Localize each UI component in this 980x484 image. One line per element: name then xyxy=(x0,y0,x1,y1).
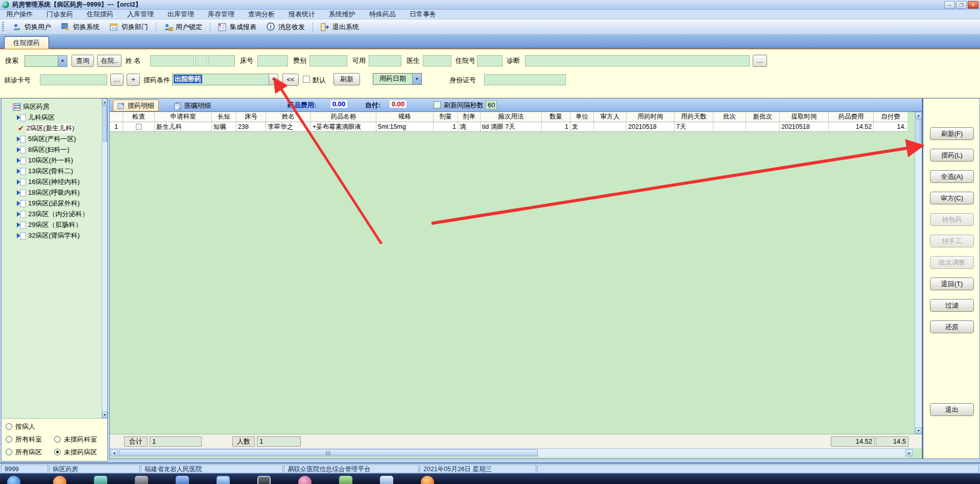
card-ellipsis-button[interactable]: … xyxy=(110,74,124,86)
refresh-interval-value[interactable]: 60 xyxy=(486,100,497,109)
radio-all-wards[interactable] xyxy=(6,449,12,455)
medication-date-arrow-icon[interactable]: ▼ xyxy=(412,74,421,84)
col-drug-name[interactable]: 药品名称 xyxy=(311,112,376,122)
tree-item-ward[interactable]: 10病区(外一科) xyxy=(17,155,73,166)
tree-item-ward[interactable]: 16病区(神经内科) xyxy=(17,177,80,187)
dispense-condition-arrow-icon[interactable]: ▼ xyxy=(269,74,278,85)
tree-item-root[interactable]: 病区药房 xyxy=(13,102,50,112)
col-order-type[interactable]: 长短 xyxy=(212,112,236,122)
search-combo[interactable]: ▼ xyxy=(25,55,67,67)
radio-by-patient[interactable] xyxy=(6,423,12,430)
col-selfpay-fee[interactable]: 自付费 xyxy=(874,112,907,122)
tree-item-ward[interactable]: 8病区(妇科一) xyxy=(17,145,69,155)
diagnosis-input[interactable] xyxy=(525,55,750,66)
refresh-interval-checkbox[interactable] xyxy=(434,101,441,108)
card-plus-button[interactable]: + xyxy=(127,74,140,86)
tree-item-ward[interactable]: 32病区(肾病学科) xyxy=(17,231,80,241)
col-spec[interactable]: 规格 xyxy=(376,112,434,122)
taskbar-start-icon[interactable] xyxy=(7,476,20,484)
name-input-3[interactable] xyxy=(208,55,235,66)
doctor-input[interactable] xyxy=(423,55,451,66)
menu-inbound[interactable]: 入库管理 xyxy=(127,10,154,19)
tree-item-ward[interactable]: 18病区(呼吸内科) xyxy=(17,188,80,198)
collapse-button[interactable]: << xyxy=(282,74,299,86)
available-input[interactable] xyxy=(369,55,401,66)
restore-button[interactable]: 还原 xyxy=(930,320,974,333)
switch-system-button[interactable]: 切换系统 xyxy=(58,21,103,33)
col-unit[interactable]: 单位 xyxy=(570,112,594,122)
scroll-up-icon[interactable]: ▲ xyxy=(915,112,922,119)
taskbar-icon[interactable] xyxy=(339,476,352,484)
refresh-button[interactable]: 刷新(F) xyxy=(930,127,974,140)
taskbar-icon[interactable] xyxy=(135,476,148,484)
review-button[interactable]: 审方(C) xyxy=(930,192,974,204)
diagnosis-more-button[interactable]: … xyxy=(753,55,767,67)
taskbar-icon[interactable] xyxy=(176,476,189,484)
tree-item-ward[interactable]: 19病区(泌尿外科) xyxy=(17,198,80,209)
bed-input[interactable] xyxy=(257,55,288,66)
col-request-dept[interactable]: 申请科室 xyxy=(155,112,212,122)
col-name[interactable]: 姓名 xyxy=(266,112,311,122)
menu-query[interactable]: 查询分析 xyxy=(248,10,275,19)
menu-outpatient-dispense[interactable]: 门诊发药 xyxy=(46,10,73,19)
dispense-button[interactable]: 摆药(L) xyxy=(930,149,974,162)
col-quantity[interactable]: 数量 xyxy=(542,112,570,122)
return-button[interactable]: 退回(T) xyxy=(930,278,974,290)
tree-item-ward[interactable]: 儿科病区 xyxy=(17,112,55,123)
col-bed[interactable]: 床号 xyxy=(236,112,266,122)
admission-no-input[interactable] xyxy=(477,55,503,66)
taskbar-icon[interactable] xyxy=(257,476,271,484)
radio-undispensed-depts[interactable] xyxy=(54,436,61,443)
search-combo-arrow-icon[interactable]: ▼ xyxy=(58,56,67,66)
dispense-table-row[interactable]: 1 新生儿科 短嘱 238 李翠华之 +妥布霉素滴眼液 5ml:15mg 1 滴… xyxy=(110,122,907,132)
tree-item-ward[interactable]: 13病区(骨科二) xyxy=(17,166,73,176)
tree-item-ward-selected[interactable]: ✔ 2病区(新生儿科) xyxy=(18,123,74,133)
col-dose[interactable]: 剂量 xyxy=(434,112,458,122)
row-checkbox[interactable] xyxy=(136,124,142,130)
fee-type-input[interactable] xyxy=(309,55,347,66)
taskbar-icon[interactable] xyxy=(53,476,66,484)
tab-inpatient-dispense[interactable]: 住院摆药 xyxy=(4,36,49,49)
exit-button[interactable]: 退出 xyxy=(930,403,974,416)
scroll-left-icon[interactable]: ◄ xyxy=(110,449,118,456)
switch-user-button[interactable]: 切换用户 xyxy=(9,21,55,33)
maximize-button[interactable]: ❐ xyxy=(956,1,967,9)
menu-maintenance[interactable]: 系统维护 xyxy=(329,10,355,19)
menu-outbound[interactable]: 出库管理 xyxy=(168,10,194,19)
inpatient-button[interactable]: 在院.. xyxy=(97,55,122,67)
menu-reports[interactable]: 报表统计 xyxy=(289,10,315,19)
col-reviewer[interactable]: 审方人 xyxy=(594,112,627,122)
taskbar-icon[interactable] xyxy=(217,476,230,484)
lock-user-button[interactable]: 用户锁定 xyxy=(160,21,206,33)
tree-scrollbar[interactable]: ▲ ▼ xyxy=(102,99,107,418)
select-all-button[interactable]: 全选(A) xyxy=(930,170,974,183)
menu-inpatient-dispense[interactable]: 住院摆药 xyxy=(87,10,113,19)
tree-scroll-down-icon[interactable]: ▼ xyxy=(102,411,107,418)
tree-item-ward[interactable]: 29病区（肛肠科） xyxy=(17,220,82,230)
col-drug-fee[interactable]: 药品费用 xyxy=(829,112,874,122)
col-frequency-usage[interactable]: 频次用法 xyxy=(481,112,542,122)
close-button[interactable]: ✕ xyxy=(968,1,978,9)
taskbar-icon[interactable] xyxy=(298,476,312,484)
tab-order-detail[interactable]: 医嘱明细 xyxy=(170,100,215,111)
menu-special-drugs[interactable]: 特殊药品 xyxy=(369,10,396,19)
filter-button[interactable]: 过滤 xyxy=(930,299,974,312)
scroll-down-icon[interactable]: ▼ xyxy=(915,427,922,434)
taskbar-icon[interactable] xyxy=(421,476,434,484)
id-card-input[interactable] xyxy=(484,74,566,85)
menu-inventory[interactable]: 库存管理 xyxy=(208,10,234,19)
tab-dispense-detail[interactable]: 摆药明细 xyxy=(113,100,159,111)
col-check[interactable]: 检查 xyxy=(123,112,155,122)
refresh-filter-button[interactable]: 刷新 xyxy=(333,73,360,85)
name-input-2[interactable] xyxy=(195,55,207,66)
taskbar-icon[interactable] xyxy=(380,476,393,484)
integrated-report-button[interactable]: 集成报表 xyxy=(214,21,260,33)
col-med-days[interactable]: 用药天数 xyxy=(675,112,713,122)
vertical-scroll-thumb[interactable] xyxy=(916,119,922,148)
horizontal-scroll-thumb[interactable]: ||| xyxy=(119,449,538,456)
col-dose-unit[interactable]: 剂单 xyxy=(458,112,481,122)
message-button[interactable]: i 消息收发 xyxy=(263,21,308,33)
col-med-time[interactable]: 用药时间 xyxy=(627,112,675,122)
radio-all-depts[interactable] xyxy=(6,436,12,443)
tree-item-ward[interactable]: 5病区(产科一区) xyxy=(17,134,76,144)
